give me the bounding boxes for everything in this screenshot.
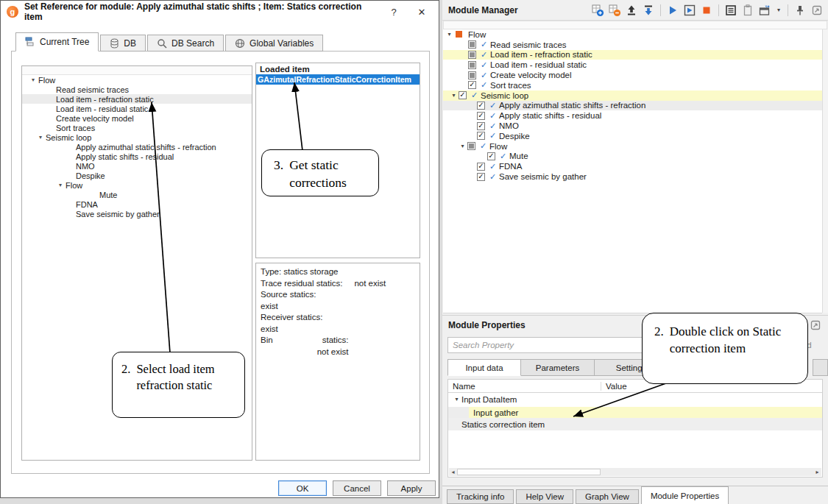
module-checkbox[interactable]: ✓ bbox=[477, 112, 485, 120]
tab-current-tree[interactable]: Current Tree bbox=[15, 32, 99, 52]
info-line: Receiver statics: bbox=[261, 312, 415, 324]
tree-item-nmo[interactable]: NMO bbox=[22, 161, 252, 171]
tree-item-create-velocity-model[interactable]: Create velocity model bbox=[22, 113, 252, 123]
new-window-icon[interactable] bbox=[758, 4, 771, 17]
mm-item-apply-static-residual[interactable]: ✓✓Apply static shifts - residual bbox=[443, 110, 822, 121]
property-row-statics-correction-item[interactable]: Statics correction item bbox=[448, 418, 822, 430]
remove-module-icon[interactable] bbox=[608, 4, 621, 17]
tab-input-data[interactable]: Input data bbox=[447, 359, 521, 376]
expander-icon[interactable]: ▾ bbox=[55, 182, 66, 188]
column-name: Name bbox=[448, 382, 601, 391]
mm-item-sort-traces[interactable]: ✓✓Sort traces bbox=[443, 80, 822, 90]
module-checkbox[interactable] bbox=[468, 40, 476, 49]
tree-item-apply-azimuthal[interactable]: Apply azimuthal static shifts - refracti… bbox=[22, 142, 252, 152]
tab-tracking-info[interactable]: Tracking info bbox=[447, 489, 514, 504]
module-checkbox[interactable] bbox=[468, 51, 476, 59]
float-panel-icon[interactable] bbox=[810, 4, 824, 17]
tree-item-flow[interactable]: ▾Flow bbox=[22, 75, 252, 85]
callout-select-load-item: 2. Select load item refraction static bbox=[112, 352, 245, 418]
module-checkbox[interactable]: ✓ bbox=[468, 81, 476, 89]
expander-icon[interactable]: ▾ bbox=[452, 396, 461, 402]
tab-help-view[interactable]: Help View bbox=[516, 489, 573, 504]
module-checkbox[interactable]: ✓ bbox=[477, 132, 485, 140]
mm-item-load-item-refraction-static[interactable]: ✓Load item - refraction static bbox=[443, 50, 822, 60]
module-checkbox[interactable]: ✓ bbox=[487, 152, 495, 160]
expander-icon[interactable]: ▾ bbox=[458, 143, 467, 149]
mm-item-load-item-residual-static[interactable]: ✓Load item - residual static bbox=[443, 60, 822, 70]
tree-item-label: Apply azimuthal static shifts - refracti… bbox=[76, 143, 216, 152]
mm-item-label: Read seismic traces bbox=[490, 40, 567, 49]
expander-icon[interactable]: ▾ bbox=[445, 31, 454, 38]
mm-item-fdna[interactable]: ✓✓FDNA bbox=[443, 161, 822, 171]
module-checkbox[interactable]: ✓ bbox=[477, 173, 485, 181]
mm-item-label: Create velocity model bbox=[490, 71, 572, 79]
expander-icon[interactable]: ▾ bbox=[449, 92, 459, 99]
module-checkbox[interactable]: ✓ bbox=[459, 91, 467, 99]
tree-item-mute[interactable]: Mute bbox=[22, 190, 252, 199]
tree-item-load-item-residual-static[interactable]: Load item - residual static bbox=[22, 104, 252, 113]
expander-icon[interactable]: ▾ bbox=[35, 134, 46, 141]
toolbar-separator bbox=[660, 4, 661, 16]
property-name: Input DataItem bbox=[461, 395, 517, 404]
ok-button[interactable]: OK bbox=[278, 480, 327, 496]
property-row-input-dataitem[interactable]: ▾Input DataItem bbox=[448, 393, 822, 405]
mm-item-save-seismic-by-gather[interactable]: ✓✓Save seismic by gather bbox=[443, 171, 822, 182]
mm-item-seismic-loop[interactable]: ▾✓✓Seismic loop bbox=[443, 90, 822, 101]
tab-parameters[interactable]: Parameters bbox=[521, 359, 595, 376]
property-row-input-gather[interactable]: Input gather bbox=[448, 405, 822, 418]
module-checkbox[interactable]: ✓ bbox=[477, 102, 485, 110]
tree-item-read-seismic-traces[interactable]: Read seismic traces bbox=[22, 85, 252, 94]
mm-item-flow[interactable]: ▾Flow bbox=[443, 29, 822, 40]
properties-hscrollbar[interactable]: ◂ ▸ bbox=[449, 468, 821, 476]
loaded-item-selected[interactable]: GAzimutalRefractionStaticCorrectionItem bbox=[256, 74, 420, 85]
tree-item-seismic-loop[interactable]: ▾Seismic loop bbox=[22, 132, 252, 142]
module-checkbox[interactable]: ✓ bbox=[477, 163, 485, 171]
pin-icon[interactable] bbox=[793, 4, 807, 17]
stop-icon[interactable] bbox=[700, 4, 713, 17]
show-log-icon[interactable] bbox=[724, 4, 737, 17]
help-button[interactable]: ? bbox=[380, 2, 408, 21]
module-checkbox[interactable]: ✓ bbox=[477, 122, 485, 130]
tree-item-load-item-refraction-static[interactable]: Load item - refraction static bbox=[22, 94, 252, 104]
tree-item-flow-nested[interactable]: ▾Flow bbox=[22, 180, 252, 190]
mm-item-create-velocity-model[interactable]: ✓Create velocity model bbox=[443, 70, 822, 80]
mm-item-nmo[interactable]: ✓✓NMO bbox=[443, 121, 822, 131]
tab-module-properties[interactable]: Module Properties bbox=[641, 486, 729, 504]
module-checkbox[interactable] bbox=[467, 142, 475, 150]
tree-item-sort-traces[interactable]: Sort traces bbox=[22, 123, 252, 132]
move-up-icon[interactable] bbox=[625, 4, 638, 17]
tree-item-apply-static-residual[interactable]: Apply static shifts - residual bbox=[22, 152, 252, 161]
paste-icon[interactable] bbox=[741, 4, 754, 17]
cancel-button[interactable]: Cancel bbox=[333, 480, 381, 496]
scroll-thumb[interactable] bbox=[457, 469, 601, 475]
tab-graph-view[interactable]: Graph View bbox=[576, 489, 639, 504]
mm-item-flow-nested[interactable]: ▾✓Flow bbox=[443, 141, 822, 152]
mm-item-despike[interactable]: ✓✓Despike bbox=[443, 131, 822, 141]
module-checkbox[interactable] bbox=[468, 61, 476, 69]
scroll-right-icon[interactable]: ▸ bbox=[813, 469, 821, 475]
tab-db[interactable]: DB bbox=[100, 35, 146, 52]
run-to-icon[interactable] bbox=[683, 4, 696, 17]
module-checkbox[interactable] bbox=[468, 71, 476, 79]
apply-button[interactable]: Apply bbox=[387, 480, 436, 496]
tree-item-despike[interactable]: Despike bbox=[22, 171, 252, 180]
tree-item-save-seismic-by-gather[interactable]: Save seismic by gather bbox=[22, 209, 252, 219]
close-button[interactable]: ✕ bbox=[408, 2, 436, 21]
dropdown-icon[interactable]: ▾ bbox=[775, 7, 782, 13]
mm-item-apply-azimuthal[interactable]: ✓✓Apply azimuthal static shifts - refrac… bbox=[443, 101, 822, 111]
add-module-icon[interactable] bbox=[591, 4, 604, 17]
dialog-titlebar[interactable]: g Set Reference for module: Apply azimut… bbox=[1, 1, 439, 23]
mm-item-read-seismic-traces[interactable]: ✓Read seismic traces bbox=[443, 40, 822, 50]
mm-item-mute[interactable]: ✓✓Mute bbox=[443, 152, 822, 162]
mm-tree-scrollbar[interactable] bbox=[822, 29, 828, 313]
scroll-left-icon[interactable]: ◂ bbox=[449, 469, 457, 475]
tab-db-search[interactable]: DB Search bbox=[147, 35, 224, 52]
run-icon[interactable] bbox=[666, 4, 679, 17]
move-down-icon[interactable] bbox=[642, 4, 655, 17]
tab-global-variables[interactable]: Global Variables bbox=[225, 35, 323, 52]
float-panel-icon[interactable] bbox=[809, 319, 822, 332]
tree-item-fdna[interactable]: FDNA bbox=[22, 199, 252, 209]
expander-icon[interactable]: ▾ bbox=[28, 77, 38, 83]
enabled-check-icon: ✓ bbox=[489, 131, 499, 141]
hidden-tab-partial[interactable] bbox=[813, 359, 828, 376]
